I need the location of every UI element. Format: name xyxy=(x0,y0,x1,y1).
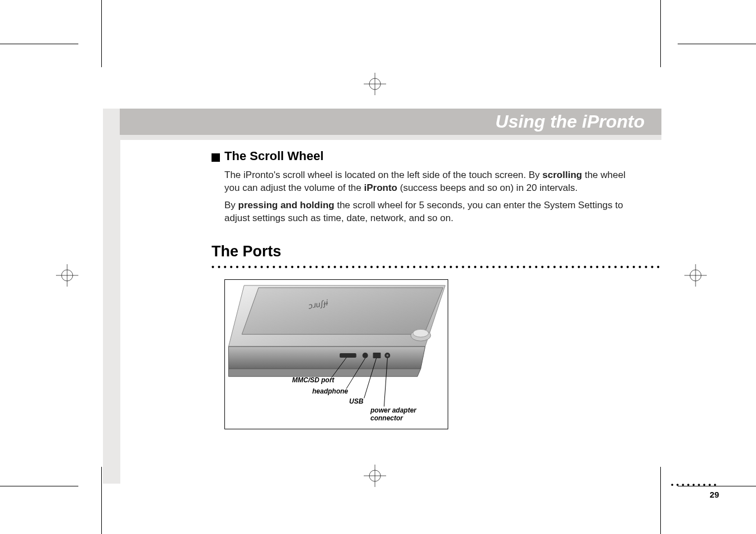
left-gray-bar xyxy=(103,109,120,484)
text: (success beeps and so on) in 20 interval… xyxy=(397,182,577,193)
section-heading: The Scroll Wheel xyxy=(212,149,637,163)
text: The iPronto's scroll wheel is located on… xyxy=(224,170,542,180)
chapter-title: Using the iPronto xyxy=(495,111,645,132)
ports-figure: ɔɹuʃɟɨ MMC/SD port headphone xyxy=(224,279,448,429)
chapter-title-bar: Using the iPronto xyxy=(120,109,661,135)
bullet-square-icon xyxy=(212,153,220,162)
text-bold: pressing and holding xyxy=(238,200,335,210)
svg-marker-17 xyxy=(228,346,425,369)
ports-heading: The Ports xyxy=(212,243,637,260)
paragraph-2: By pressing and holding the scroll wheel… xyxy=(224,199,627,225)
figure-label-mmc: MMC/SD port xyxy=(292,376,334,384)
svg-point-20 xyxy=(363,353,368,358)
dotted-rule-small: ••••••••• xyxy=(671,480,719,489)
svg-marker-13 xyxy=(242,288,443,334)
figure-label-power-2: connector xyxy=(370,414,403,422)
content-area: The Scroll Wheel The iPronto's scroll wh… xyxy=(212,149,637,429)
figure-label-headphone: headphone xyxy=(312,387,348,395)
figure-label-usb: USB xyxy=(349,397,363,405)
svg-rect-21 xyxy=(373,353,381,358)
registration-mark-icon xyxy=(56,264,78,287)
page-number-block: ••••••••• 29 xyxy=(671,480,719,499)
text-bold: scrolling xyxy=(542,170,582,180)
cropmark xyxy=(0,44,78,44)
cropmark xyxy=(678,44,756,44)
text: By xyxy=(224,200,238,210)
section-heading-text: The Scroll Wheel xyxy=(224,149,323,163)
cropmark xyxy=(660,0,661,67)
page-number: 29 xyxy=(671,490,719,499)
text-bold: iPronto xyxy=(364,182,398,193)
figure-label-power-1: power adapter xyxy=(370,406,416,414)
registration-mark-icon xyxy=(364,465,386,487)
svg-rect-19 xyxy=(340,353,356,358)
cropmark xyxy=(101,467,102,534)
cropmark xyxy=(101,0,102,67)
registration-mark-icon xyxy=(364,73,386,95)
dotted-rule: ••••••••••••••••••••••••••••••••••••••••… xyxy=(212,263,661,271)
cropmark xyxy=(660,467,661,534)
cropmark xyxy=(0,486,78,486)
paragraph-1: The iPronto's scroll wheel is located on… xyxy=(224,169,627,195)
svg-marker-18 xyxy=(228,369,420,377)
registration-mark-icon xyxy=(684,264,707,287)
svg-point-16 xyxy=(413,329,429,337)
svg-point-23 xyxy=(386,354,388,357)
